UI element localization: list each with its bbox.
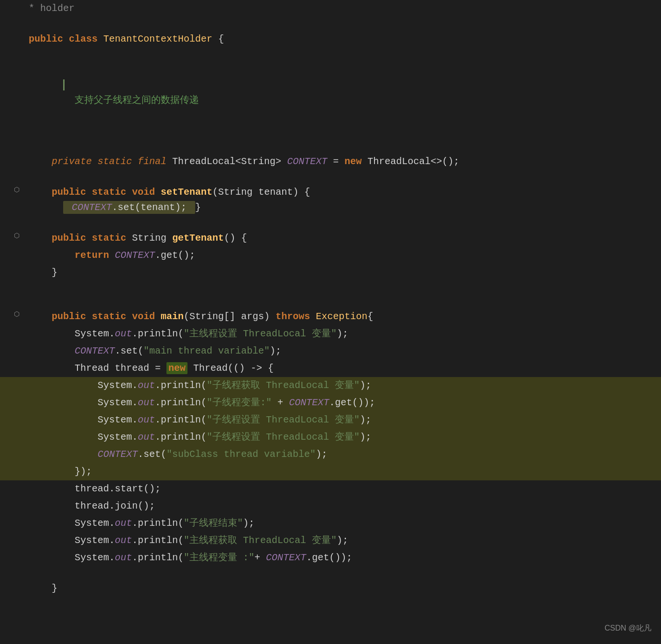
code-text: public class TenantContextHolder { <box>24 32 661 47</box>
code-text: } <box>24 265 661 280</box>
code-text: private static final ThreadLocal<String>… <box>24 154 661 169</box>
code-line <box>0 170 661 184</box>
code-text: Thread thread = new Thread(() -> { <box>24 361 661 376</box>
code-text: System.out.println("子线程设置 ThreadLocal 变量… <box>24 430 661 445</box>
line-gutter: ⬡ <box>10 309 24 320</box>
code-line: return CONTEXT.get(); <box>0 247 661 264</box>
code-text: System.out.println("子线程设置 ThreadLocal 变量… <box>24 412 661 428</box>
code-editor: * holder public class TenantContextHolde… <box>0 0 661 644</box>
code-text: CONTEXT.set("main thread variable"); <box>24 344 661 359</box>
code-text: thread.start(); <box>24 481 661 497</box>
code-line: System.out.println("子线程变量:" + CONTEXT.ge… <box>0 394 661 411</box>
line-gutter: ⬡ <box>10 185 24 195</box>
code-line: public class TenantContextHolder { <box>0 31 661 48</box>
code-text: System.out.println("子线程变量:" + CONTEXT.ge… <box>24 395 661 411</box>
code-text: public static void main(String[] args) t… <box>24 309 661 324</box>
code-line <box>0 295 661 308</box>
code-line: System.out.println("主线程变量 :"+ CONTEXT.ge… <box>0 549 661 566</box>
code-line: private static final ThreadLocal<String>… <box>0 153 661 170</box>
code-text: public static String getTenant() { <box>24 231 661 246</box>
code-line: ⬡ public static void main(String[] args)… <box>0 308 661 325</box>
code-text: * holder <box>24 1 661 16</box>
code-line <box>0 281 661 295</box>
code-line <box>0 17 661 31</box>
code-line: System.out.println("子线程设置 ThreadLocal 变量… <box>0 429 661 446</box>
code-line: thread.join(); <box>0 498 661 515</box>
code-line: } <box>0 580 661 597</box>
code-line: * holder <box>0 0 661 17</box>
code-line: System.out.println("子线程结束"); <box>0 515 661 532</box>
code-line: System.out.println("主线程获取 ThreadLocal 变量… <box>0 532 661 549</box>
code-text: return CONTEXT.get(); <box>24 248 661 263</box>
code-text: thread.join(); <box>24 499 661 514</box>
code-text: CONTEXT.set("subClass thread variable"); <box>24 447 661 462</box>
code-text: } <box>24 581 661 596</box>
code-text: System.out.println("子线程结束"); <box>24 516 661 531</box>
code-line: ⬡ public static void setTenant(String te… <box>0 184 661 216</box>
code-line: } <box>0 264 661 281</box>
code-line: System.out.println("子线程设置 ThreadLocal 变量… <box>0 411 661 429</box>
gutter-marker: ⬡ <box>14 231 20 241</box>
code-line: }); <box>0 463 661 480</box>
code-line: thread.start(); <box>0 480 661 498</box>
code-text: System.out.println("主线程设置 ThreadLocal 变量… <box>24 326 661 342</box>
code-line: CONTEXT.set("main thread variable"); <box>0 343 661 360</box>
code-text: System.out.println("子线程获取 ThreadLocal 变量… <box>24 378 661 393</box>
code-text: }); <box>24 464 661 479</box>
code-text: public static void setTenant(String tena… <box>24 185 661 215</box>
code-line <box>0 140 661 153</box>
code-line: CONTEXT.set("subClass thread variable"); <box>0 446 661 463</box>
code-line: Thread thread = new Thread(() -> { <box>0 360 661 377</box>
code-line <box>0 566 661 580</box>
code-line: System.out.println("主线程设置 ThreadLocal 变量… <box>0 325 661 343</box>
code-line <box>0 48 661 61</box>
code-text: System.out.println("主线程变量 :"+ CONTEXT.ge… <box>24 550 661 566</box>
code-text: System.out.println("主线程获取 ThreadLocal 变量… <box>24 533 661 548</box>
watermark: CSDN @叱凡 <box>605 622 651 634</box>
gutter-marker: ⬡ <box>14 309 20 320</box>
code-line: System.out.println("子线程获取 ThreadLocal 变量… <box>0 377 661 394</box>
code-line: ⬡ public static String getTenant() { <box>0 230 661 247</box>
gutter-marker: ⬡ <box>14 185 20 195</box>
code-line <box>0 216 661 230</box>
code-text: 支持父子线程之间的数据传递 <box>24 62 661 139</box>
line-gutter: ⬡ <box>10 231 24 241</box>
code-line: 支持父子线程之间的数据传递 <box>0 61 661 140</box>
